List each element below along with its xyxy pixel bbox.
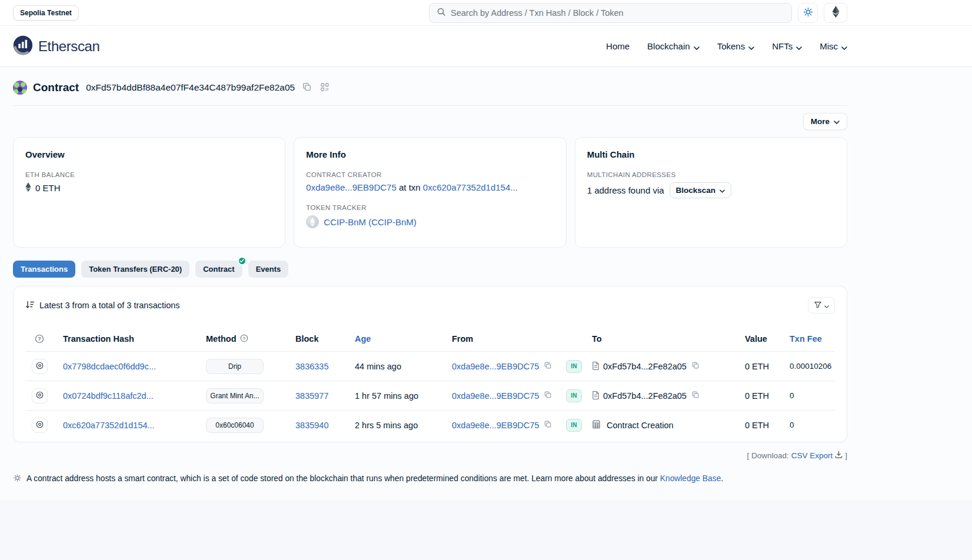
network-badge[interactable]: Sepolia Testnet xyxy=(13,5,79,21)
nav-item-blockchain[interactable]: Blockchain xyxy=(647,41,700,52)
direction-badge: IN xyxy=(566,360,582,373)
eye-icon xyxy=(35,420,44,431)
block-link[interactable]: 3835977 xyxy=(295,391,328,401)
preview-txn-button[interactable] xyxy=(32,388,48,404)
nav-item-nfts[interactable]: NFTs xyxy=(772,41,802,52)
chevron-down-icon xyxy=(834,117,840,126)
copy-address-button[interactable] xyxy=(301,81,313,95)
method-badge: Drip xyxy=(206,359,264,374)
more-info-card-title: More Info xyxy=(306,149,554,159)
preview-txn-button[interactable] xyxy=(32,418,48,433)
block-link[interactable]: 3836335 xyxy=(295,362,328,371)
col-method: Method ? xyxy=(206,334,295,344)
nav-item-misc[interactable]: Misc xyxy=(820,41,847,52)
etherscan-logo[interactable]: Etherscan xyxy=(13,35,99,57)
table-header-row: ? Transaction Hash Method ? Block Age Fr… xyxy=(25,326,835,351)
creation-txn-link[interactable]: 0xc620a77352d1d154... xyxy=(423,182,518,192)
filter-button[interactable] xyxy=(808,297,835,314)
chevron-down-icon xyxy=(796,42,802,52)
creator-middle-text: at txn xyxy=(399,182,421,192)
nav-item-label: NFTs xyxy=(772,41,793,51)
copy-to-button[interactable] xyxy=(690,389,701,402)
download-prefix: [ Download: xyxy=(747,451,788,460)
from-address-link[interactable]: 0xda9e8e...9EB9DC75 xyxy=(452,421,539,430)
qr-code-button[interactable] xyxy=(319,81,331,95)
eth-balance-value: 0 ETH xyxy=(35,183,61,193)
txn-hash-link[interactable]: 0x0724bdf9c118afc2d... xyxy=(63,391,154,401)
download-suffix: ] xyxy=(845,451,847,460)
copy-icon xyxy=(544,391,552,401)
value-text: 0 ETH xyxy=(745,421,769,430)
txn-hash-link[interactable]: 0xc620a77352d1d154... xyxy=(63,421,155,430)
theme-toggle-button[interactable] xyxy=(798,3,818,23)
copy-from-button[interactable] xyxy=(542,360,553,372)
csv-export-link[interactable]: CSV Export xyxy=(791,451,833,460)
svg-text:?: ? xyxy=(38,336,41,342)
copy-icon xyxy=(691,361,700,371)
tab-transactions[interactable]: Transactions xyxy=(13,261,75,278)
to-address-text[interactable]: 0xFd57b4...2Fe82a05 xyxy=(603,391,687,401)
copy-icon xyxy=(691,391,700,401)
footer-tip: A contract address hosts a smart contrac… xyxy=(13,473,847,485)
col-age[interactable]: Age xyxy=(355,334,452,344)
from-address-link[interactable]: 0xda9e8e...9EB9DC75 xyxy=(452,391,539,401)
chevron-down-icon xyxy=(694,42,700,52)
tab-events[interactable]: Events xyxy=(248,261,289,278)
to-address-text[interactable]: 0xFd57b4...2Fe82a05 xyxy=(603,362,687,371)
overview-card: Overview ETH BALANCE 0 ETH xyxy=(13,137,285,248)
transactions-summary-text: Latest 3 from a total of 3 transactions xyxy=(39,301,180,310)
token-tracker-link[interactable]: CCIP-BnM (CCIP-BnM) xyxy=(324,217,417,227)
txn-fee-text: 0 xyxy=(790,391,794,400)
tip-suffix: . xyxy=(721,474,723,483)
nav-item-home[interactable]: Home xyxy=(606,41,630,51)
table-row: 0xc620a77352d1d154... 0x60c06040 3835940… xyxy=(25,410,835,439)
tab-contract-label: Contract xyxy=(203,265,234,274)
tip-bulb-icon xyxy=(13,474,22,484)
value-text: 0 ETH xyxy=(745,362,769,371)
top-bar: Sepolia Testnet xyxy=(0,0,972,26)
copy-to-button[interactable] xyxy=(690,360,701,372)
preview-txn-button[interactable] xyxy=(32,359,48,374)
txn-hash-link[interactable]: 0x7798dcdaec0f6dd9c... xyxy=(63,362,156,371)
knowledge-base-link[interactable]: Knowledge Base xyxy=(660,474,721,483)
copy-icon xyxy=(544,420,552,430)
tab-bar: Transactions Token Transfers (ERC-20) Co… xyxy=(13,261,847,278)
age-text: 44 mins ago xyxy=(355,362,401,371)
brand-name: Etherscan xyxy=(38,38,99,55)
contract-address: 0xFd57b4ddBf88a4e07fF4e34C487b99af2Fe82a… xyxy=(86,82,295,93)
txn-fee-text: 0 xyxy=(790,421,794,429)
nav-item-label: Blockchain xyxy=(647,41,690,51)
token-tracker-label: TOKEN TRACKER xyxy=(306,204,554,211)
help-icon: ? xyxy=(240,334,248,344)
tab-contract[interactable]: Contract xyxy=(195,261,242,278)
block-link[interactable]: 3835940 xyxy=(295,421,328,430)
ethereum-icon xyxy=(832,6,840,19)
more-dropdown-button[interactable]: More xyxy=(803,113,847,130)
blockscan-selector[interactable]: Blockscan xyxy=(670,182,732,198)
page-title: Contract xyxy=(33,81,79,94)
copy-from-button[interactable] xyxy=(542,389,553,402)
col-txn-fee[interactable]: Txn Fee xyxy=(790,334,835,344)
search-box[interactable] xyxy=(429,3,792,23)
topbar-right xyxy=(429,3,847,23)
nav-item-label: Misc xyxy=(820,41,838,51)
creator-address-link[interactable]: 0xda9e8e...9EB9DC75 xyxy=(306,182,396,192)
col-from: From xyxy=(452,334,566,344)
contract-creation-icon xyxy=(592,420,601,431)
overview-card-title: Overview xyxy=(25,149,273,159)
etherscan-logo-icon xyxy=(13,35,33,57)
from-address-link[interactable]: 0xda9e8e...9EB9DC75 xyxy=(452,362,539,371)
blockscan-selector-label: Blockscan xyxy=(676,186,716,195)
more-info-card: More Info CONTRACT CREATOR 0xda9e8e...9E… xyxy=(294,137,566,248)
address-blockie-avatar xyxy=(13,81,27,95)
value-text: 0 ETH xyxy=(745,391,769,401)
eth-glyph-icon xyxy=(25,182,31,194)
tab-token-transfers[interactable]: Token Transfers (ERC-20) xyxy=(81,261,189,278)
download-row: [ Download: CSV Export ] xyxy=(13,451,847,460)
nav-item-tokens[interactable]: Tokens xyxy=(717,41,755,52)
copy-from-button[interactable] xyxy=(542,419,553,431)
search-input[interactable] xyxy=(451,8,784,18)
network-menu-button[interactable] xyxy=(824,3,847,23)
filter-funnel-icon xyxy=(814,301,822,311)
transactions-panel: Latest 3 from a total of 3 transactions … xyxy=(13,286,847,442)
